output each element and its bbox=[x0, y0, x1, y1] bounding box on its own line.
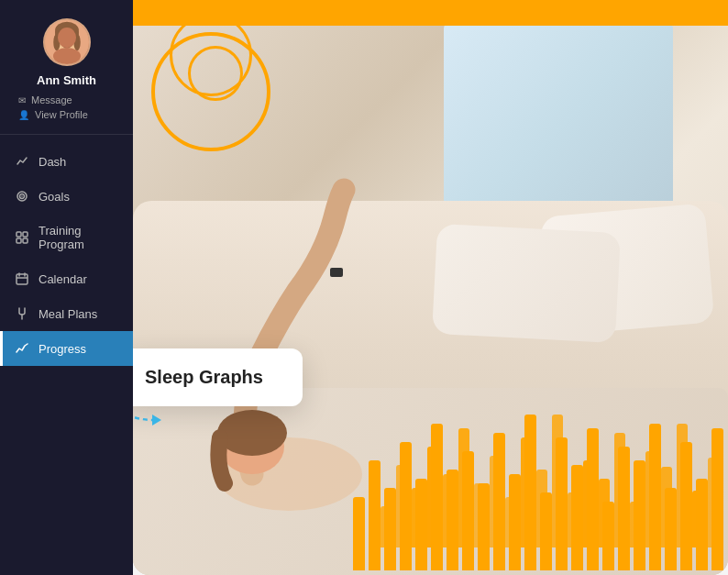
wave-bar-bottom bbox=[649, 424, 661, 570]
wave-bar-bottom bbox=[680, 442, 692, 570]
top-bar bbox=[133, 0, 728, 26]
sidebar: Ann Smith ✉ Message 👤 View Profile Dash bbox=[0, 0, 133, 575]
user-name: Ann Smith bbox=[37, 73, 96, 87]
meal-icon bbox=[15, 306, 29, 321]
wave-bar-bottom bbox=[509, 474, 521, 570]
wave-bar-bottom bbox=[384, 488, 396, 570]
sidebar-label-calendar: Calendar bbox=[39, 272, 87, 286]
user-section: Ann Smith ✉ Message 👤 View Profile bbox=[0, 0, 133, 135]
sidebar-label-meal-plans: Meal Plans bbox=[39, 307, 97, 321]
svg-point-7 bbox=[73, 34, 80, 50]
svg-rect-15 bbox=[17, 274, 28, 284]
wave-bar-bottom bbox=[493, 433, 505, 570]
wave-bar-bottom bbox=[696, 479, 708, 570]
sidebar-item-progress[interactable]: Progress bbox=[0, 331, 133, 366]
wave-bar-bottom bbox=[431, 424, 443, 570]
sidebar-item-meal-plans[interactable]: Meal Plans bbox=[0, 296, 133, 331]
wave-bar-bottom bbox=[462, 451, 474, 570]
wave-bar-bottom bbox=[415, 479, 427, 570]
sidebar-item-calendar[interactable]: Calendar bbox=[0, 261, 133, 296]
progress-icon bbox=[15, 341, 29, 356]
sidebar-label-progress: Progress bbox=[39, 342, 86, 356]
sidebar-item-training[interactable]: Training Program bbox=[0, 214, 133, 261]
wave-bar-bottom bbox=[711, 428, 723, 570]
sidebar-label-training: Training Program bbox=[39, 224, 118, 251]
wave-bar-bottom bbox=[587, 428, 599, 570]
wave-bar-bottom bbox=[447, 470, 458, 570]
calendar-icon bbox=[15, 271, 29, 286]
wave-bar-bottom bbox=[665, 488, 677, 570]
user-actions: ✉ Message 👤 View Profile bbox=[9, 94, 124, 120]
svg-point-0 bbox=[45, 20, 89, 64]
svg-rect-11 bbox=[17, 232, 21, 237]
wave-bar-bottom bbox=[602, 502, 614, 570]
wave-bar-bottom bbox=[540, 492, 552, 570]
photo-background bbox=[133, 0, 728, 575]
profile-icon: 👤 bbox=[18, 110, 29, 120]
view-profile-action[interactable]: 👤 View Profile bbox=[18, 109, 88, 120]
wave-bar-bottom bbox=[571, 465, 583, 570]
sleep-card-title: Sleep Graphs bbox=[145, 367, 277, 388]
svg-point-5 bbox=[69, 38, 72, 41]
sidebar-label-dash: Dash bbox=[39, 155, 66, 169]
message-action[interactable]: ✉ Message bbox=[18, 94, 72, 105]
sleep-card: Sleep Graphs bbox=[119, 348, 303, 406]
svg-rect-14 bbox=[23, 238, 28, 243]
svg-rect-12 bbox=[23, 232, 28, 237]
svg-point-4 bbox=[61, 38, 64, 41]
wave-bar-bottom bbox=[400, 442, 412, 570]
sidebar-item-dash[interactable]: Dash bbox=[0, 144, 133, 179]
training-icon bbox=[15, 230, 29, 245]
wave-bars-bottom bbox=[353, 415, 728, 575]
svg-point-6 bbox=[53, 34, 60, 50]
nav-menu: Dash Goals Training Progr bbox=[0, 135, 133, 575]
wave-bar-bottom bbox=[478, 483, 490, 570]
svg-rect-23 bbox=[330, 268, 343, 277]
svg-point-10 bbox=[21, 195, 23, 197]
svg-point-22 bbox=[217, 410, 287, 456]
avatar bbox=[43, 18, 91, 66]
dash-icon bbox=[15, 154, 29, 169]
wave-bar-bottom bbox=[369, 460, 381, 570]
svg-rect-2 bbox=[55, 30, 79, 42]
wave-bar-bottom bbox=[556, 437, 568, 570]
sidebar-label-goals: Goals bbox=[39, 190, 70, 204]
yellow-circle-tiny bbox=[188, 46, 243, 101]
sidebar-item-goals[interactable]: Goals bbox=[0, 179, 133, 214]
message-icon: ✉ bbox=[18, 95, 26, 105]
svg-rect-13 bbox=[17, 238, 21, 243]
main-content bbox=[133, 0, 728, 575]
wave-bar-bottom bbox=[618, 447, 630, 570]
wave-bar-bottom bbox=[353, 497, 365, 570]
goals-icon bbox=[15, 189, 29, 204]
wave-bar-bottom bbox=[634, 460, 645, 570]
wave-bar-bottom bbox=[524, 415, 536, 570]
svg-point-3 bbox=[56, 30, 76, 54]
